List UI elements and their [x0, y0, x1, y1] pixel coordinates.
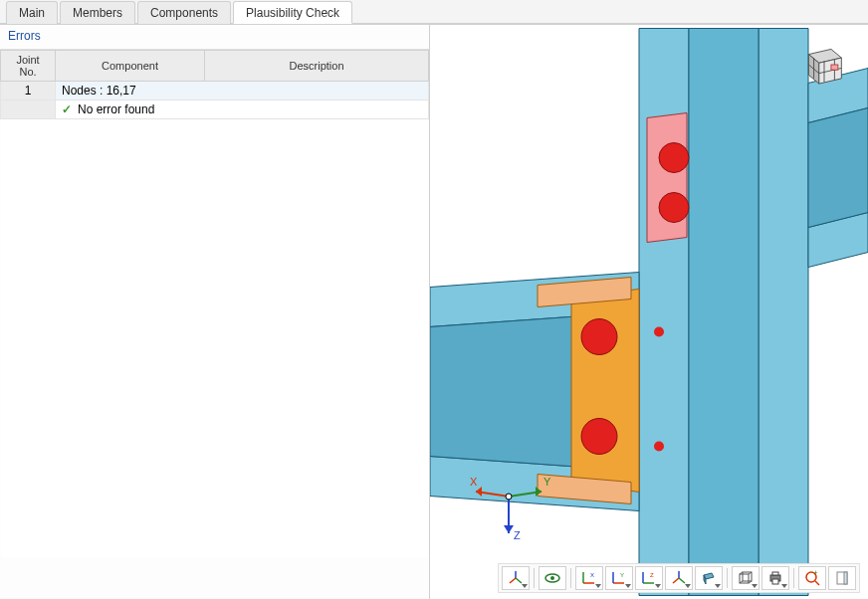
model-3d[interactable]: [430, 25, 868, 599]
render-mode-button[interactable]: [695, 566, 723, 590]
svg-line-58: [749, 581, 752, 583]
svg-point-16: [581, 419, 617, 455]
svg-text:+: +: [813, 569, 818, 577]
cell-joint-no: 1: [1, 82, 56, 100]
svg-point-14: [659, 193, 689, 223]
tab-label: Members: [73, 6, 122, 20]
tab-components[interactable]: Components: [137, 1, 231, 24]
svg-text:X: X: [590, 572, 594, 578]
cell-no-error: ✓No error found: [56, 100, 429, 119]
cell-empty: [1, 100, 56, 119]
table-row[interactable]: ✓No error found: [1, 100, 429, 119]
tab-bar: Main Members Components Plausibility Che…: [0, 0, 868, 24]
svg-marker-2: [689, 29, 759, 596]
view-iso-button[interactable]: [665, 566, 693, 590]
svg-rect-60: [770, 575, 780, 581]
errors-panel: Errors Joint No. Component Description 1…: [0, 25, 430, 599]
blank-page-button[interactable]: [828, 566, 856, 590]
svg-marker-53: [704, 575, 706, 584]
col-joint-no[interactable]: Joint No.: [1, 51, 56, 82]
tab-members[interactable]: Members: [60, 1, 135, 24]
svg-line-56: [740, 572, 743, 574]
svg-line-51: [679, 578, 685, 583]
svg-line-37: [516, 578, 522, 583]
check-icon: ✓: [62, 102, 72, 116]
svg-rect-62: [772, 579, 778, 584]
svg-line-50: [673, 578, 679, 583]
svg-point-17: [654, 327, 664, 337]
svg-point-39: [550, 576, 554, 580]
svg-line-64: [815, 581, 819, 585]
svg-text:Y: Y: [620, 572, 624, 578]
tab-main[interactable]: Main: [6, 1, 58, 24]
svg-text:Z: Z: [650, 572, 654, 578]
svg-point-63: [806, 572, 816, 582]
col-component[interactable]: Component: [56, 51, 205, 82]
svg-rect-55: [743, 572, 752, 581]
svg-rect-61: [772, 572, 778, 575]
view-xz-button[interactable]: Y: [605, 566, 633, 590]
svg-marker-52: [704, 573, 714, 579]
errors-table: Joint No. Component Description 1 Nodes …: [0, 50, 429, 557]
navigation-cube[interactable]: [798, 39, 850, 91]
svg-point-18: [654, 442, 664, 452]
wire-cube-button[interactable]: [732, 566, 760, 590]
svg-rect-67: [844, 572, 847, 584]
axis-triad-button[interactable]: [502, 566, 530, 590]
view-eye-button[interactable]: [539, 566, 566, 590]
no-error-text: No error found: [78, 102, 154, 116]
viewport-3d[interactable]: X Y Z X: [430, 25, 868, 599]
view-xy-button[interactable]: X: [575, 566, 603, 590]
svg-marker-1: [759, 29, 808, 596]
viewport-toolbar: X Y Z: [498, 563, 860, 593]
svg-rect-54: [740, 574, 749, 583]
svg-line-36: [510, 578, 516, 583]
svg-rect-66: [837, 572, 847, 584]
svg-marker-5: [808, 108, 868, 228]
tab-label: Components: [150, 6, 218, 20]
svg-line-57: [749, 572, 752, 574]
panel-title: Errors: [0, 25, 429, 50]
view-yz-button[interactable]: Z: [635, 566, 663, 590]
tab-plausibility-check[interactable]: Plausibility Check: [233, 1, 352, 24]
svg-point-38: [545, 574, 559, 582]
svg-line-59: [740, 581, 743, 583]
cell-nodes: Nodes : 16,17: [56, 82, 429, 100]
svg-rect-27: [831, 65, 838, 70]
table-row[interactable]: 1 Nodes : 16,17: [1, 82, 429, 100]
tab-label: Main: [19, 6, 45, 20]
col-description[interactable]: Description: [205, 51, 429, 82]
svg-point-13: [659, 143, 689, 173]
tab-label: Plausibility Check: [246, 6, 339, 20]
svg-point-15: [581, 319, 617, 355]
svg-marker-12: [647, 113, 687, 243]
add-node-button[interactable]: +: [798, 566, 826, 590]
print-button[interactable]: [761, 566, 789, 590]
